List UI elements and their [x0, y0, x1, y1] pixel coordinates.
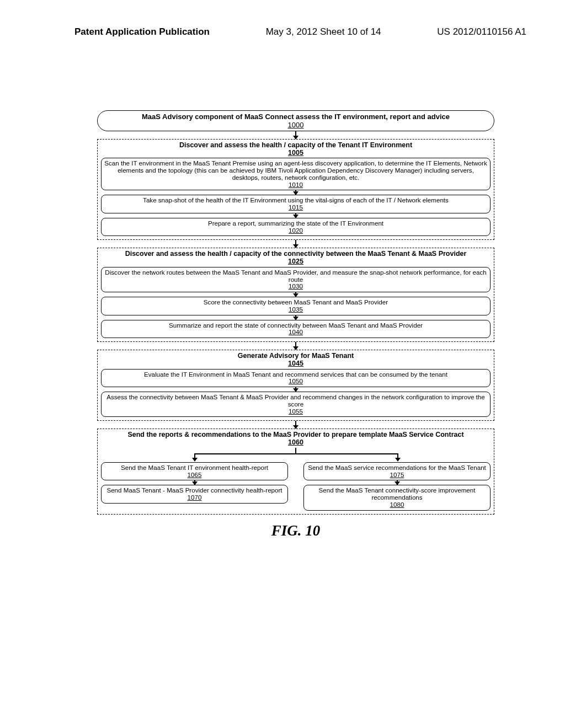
step-box: Evaluate the IT Environment in MaaS Tena… [101, 369, 491, 388]
step-box: Score the connectivity between MaaS Tena… [101, 297, 491, 315]
step-ref: 1055 [289, 408, 303, 415]
step-text: Assess the connectivity between MaaS Ten… [106, 393, 484, 408]
step-box: Send MaaS Tenant - MaaS Provider connect… [101, 485, 288, 504]
group-title-ref: 1005 [288, 149, 303, 157]
step-box: Prepare a report, summarizing the state … [101, 218, 491, 237]
header-left: Patent Application Publication [74, 26, 210, 38]
group-title-ref: 1060 [288, 438, 303, 446]
step-ref: 1050 [289, 377, 303, 384]
group-send-reports: Send the reports & recommendations to th… [97, 429, 494, 514]
group-title: Generate Advisory for MaaS Tenant 1045 [101, 351, 491, 369]
group-title-text: Send the reports & recommendations to th… [127, 431, 463, 438]
step-text: Score the connectivity between MaaS Tena… [204, 298, 388, 306]
step-text: Discover the network routes between the … [105, 269, 486, 283]
arrow [97, 342, 494, 350]
group-title-text: Discover and assess the health / capacit… [125, 250, 467, 258]
group-title-ref: 1045 [288, 360, 303, 367]
step-box: Scan the IT environment in the MaaS Tena… [101, 158, 491, 190]
arrow [101, 480, 288, 485]
step-ref: 1070 [188, 494, 202, 501]
group-title-text: Generate Advisory for MaaS Tenant [238, 352, 354, 360]
step-text: Send MaaS Tenant - MaaS Provider connect… [106, 486, 282, 494]
title-ref: 1000 [288, 121, 304, 129]
arrow [303, 480, 491, 485]
step-text: Evaluate the IT Environment in MaaS Tena… [144, 371, 447, 378]
step-ref: 1010 [289, 181, 303, 188]
step-text: Scan the IT environment in the MaaS Tena… [104, 159, 487, 181]
title-text: MaaS Advisory component of MaaS Connect … [142, 113, 450, 121]
arrow [97, 421, 494, 429]
group-generate-advisory: Generate Advisory for MaaS Tenant 1045 E… [97, 350, 494, 421]
step-ref: 1075 [390, 471, 404, 478]
header-center: May 3, 2012 Sheet 10 of 14 [266, 26, 381, 38]
group-discover-connectivity: Discover and assess the health / capacit… [97, 248, 494, 342]
step-ref: 1040 [289, 328, 303, 335]
step-ref: 1065 [188, 471, 202, 478]
step-box: Summarize and report the state of connec… [101, 320, 491, 339]
arrow [101, 292, 491, 297]
arrow [101, 213, 491, 218]
title-box: MaaS Advisory component of MaaS Connect … [97, 110, 494, 131]
step-box: Take snap-shot of the health of the IT E… [101, 195, 491, 213]
group-title: Discover and assess the health / capacit… [101, 249, 491, 267]
step-box: Send the MaaS Tenant IT environment heal… [101, 462, 288, 481]
step-ref: 1035 [289, 306, 303, 313]
group-title-ref: 1025 [288, 258, 303, 265]
group-title: Discover and assess the health / capacit… [101, 141, 491, 158]
arrow [101, 190, 491, 195]
step-box: Discover the network routes between the … [101, 267, 491, 292]
arrow-split [101, 448, 491, 462]
flowchart: MaaS Advisory component of MaaS Connect … [97, 110, 494, 539]
step-text: Take snap-shot of the health of the IT E… [143, 196, 449, 204]
arrow [97, 131, 494, 139]
step-text: Summarize and report the state of connec… [169, 322, 423, 329]
arrow [101, 315, 491, 320]
step-text: Prepare a report, summarizing the state … [208, 220, 383, 227]
step-ref: 1080 [390, 501, 404, 508]
arrow [101, 387, 491, 392]
step-ref: 1015 [289, 204, 303, 211]
step-box: Assess the connectivity between MaaS Ten… [101, 392, 491, 417]
step-text: Send the MaaS service recommendations fo… [308, 464, 486, 471]
page-header: Patent Application Publication May 3, 20… [0, 26, 565, 38]
step-text: Send the MaaS Tenant IT environment heal… [121, 464, 268, 471]
header-right: US 2012/0110156 A1 [437, 26, 526, 38]
step-text: Send the MaaS Tenant connectivity-score … [319, 486, 476, 501]
group-discover-tenant: Discover and assess the health / capacit… [97, 139, 494, 240]
step-ref: 1020 [289, 227, 303, 234]
arrow [97, 240, 494, 248]
step-box: Send the MaaS Tenant connectivity-score … [303, 485, 491, 510]
group-title: Send the reports & recommendations to th… [101, 430, 491, 448]
step-ref: 1030 [289, 282, 303, 290]
figure-caption: FIG. 10 [97, 522, 494, 539]
group-title-text: Discover and assess the health / capacit… [179, 141, 412, 149]
step-box: Send the MaaS service recommendations fo… [303, 462, 491, 481]
